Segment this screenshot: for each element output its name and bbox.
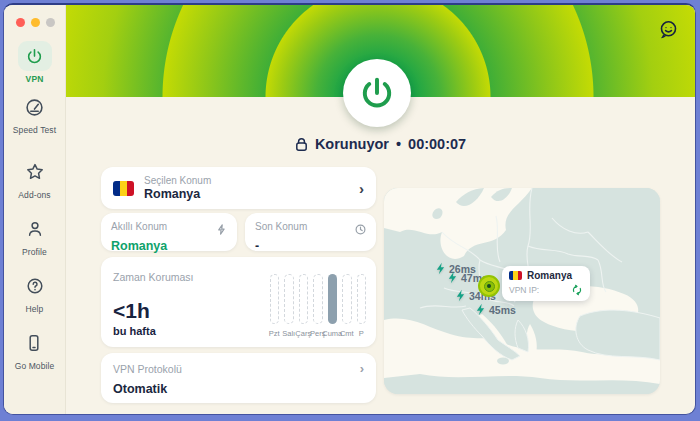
connection-tooltip: Romanya VPN IP: bbox=[502, 266, 590, 301]
sidebar-item-speed-test[interactable]: Speed Test bbox=[13, 92, 56, 135]
sidebar-item-label: Profile bbox=[22, 247, 47, 257]
selected-location-label: Seçilen Konum bbox=[144, 175, 349, 186]
power-icon bbox=[18, 41, 52, 71]
day-label: Pzt bbox=[269, 329, 280, 338]
person-icon bbox=[18, 214, 52, 244]
smart-location-card: Akıllı Konum Romanya bbox=[101, 213, 237, 251]
sidebar-item-label: Go Mobile bbox=[15, 361, 55, 371]
day-label: Çarş bbox=[295, 329, 311, 338]
weekly-usage-chart: Pzt Salı Çarş Perş Cuma Cmt P bbox=[270, 274, 367, 338]
usage-bar-active bbox=[328, 274, 338, 324]
phone-icon bbox=[17, 328, 51, 358]
day-label: Salı bbox=[282, 329, 295, 338]
tooltip-country: Romanya bbox=[527, 270, 572, 281]
usage-bar bbox=[270, 274, 280, 324]
europe-map: 26ms 47ms 34ms 45ms bbox=[384, 188, 660, 394]
zoom-button[interactable] bbox=[46, 18, 55, 27]
sidebar-item-vpn[interactable]: VPN bbox=[18, 41, 52, 84]
clock-icon bbox=[355, 221, 366, 239]
sidebar-item-label: VPN bbox=[26, 74, 44, 84]
bolt-icon bbox=[454, 289, 467, 302]
minimize-button[interactable] bbox=[31, 18, 40, 27]
vpn-ip-label: VPN IP: bbox=[509, 285, 539, 295]
star-icon bbox=[18, 157, 52, 187]
server-ping: 45ms bbox=[474, 303, 516, 316]
selected-location-value: Romanya bbox=[144, 187, 349, 201]
usage-bar bbox=[342, 274, 352, 324]
chevron-right-icon: › bbox=[359, 181, 364, 196]
usage-bar bbox=[357, 274, 367, 324]
smiley-chat-icon[interactable] bbox=[657, 19, 679, 41]
session-timer: 00:00:07 bbox=[408, 136, 466, 152]
time-protection-card: Zaman Koruması <1h bu hafta Pzt Salı Çar… bbox=[101, 257, 376, 347]
bolt-icon bbox=[474, 303, 487, 316]
smart-location-value: Romanya bbox=[111, 239, 227, 253]
close-button[interactable] bbox=[16, 18, 25, 27]
usage-bar bbox=[284, 274, 294, 324]
status-separator: • bbox=[396, 136, 401, 152]
last-location-label: Son Konum bbox=[255, 221, 307, 232]
sidebar-item-help[interactable]: Help bbox=[18, 271, 52, 314]
desktop-background: VPN Speed Test Add-ons Profile bbox=[0, 0, 700, 421]
question-icon bbox=[18, 271, 52, 301]
day-label: Cmt bbox=[340, 329, 354, 338]
sidebar-item-go-mobile[interactable]: Go Mobile bbox=[15, 328, 55, 371]
vpn-protocol-value: Otomatik bbox=[113, 382, 364, 396]
last-location-card: Son Konum - bbox=[245, 213, 376, 251]
status-label: Korunuyor bbox=[315, 136, 389, 152]
day-label: P bbox=[359, 329, 364, 338]
time-protection-label: Zaman Koruması bbox=[113, 271, 194, 283]
smart-location-label: Akıllı Konum bbox=[111, 221, 167, 232]
romania-flag-icon bbox=[509, 271, 522, 280]
chevron-right-icon: › bbox=[360, 362, 364, 375]
vpn-protocol-label: VPN Protokolü bbox=[113, 363, 182, 375]
last-location-value: - bbox=[255, 239, 366, 253]
romania-flag-icon bbox=[113, 181, 134, 196]
vpn-protocol-card[interactable]: VPN Protokolü › Otomatik bbox=[101, 353, 376, 403]
sidebar-item-profile[interactable]: Profile bbox=[18, 214, 52, 257]
usage-bar bbox=[299, 274, 309, 324]
connect-power-button[interactable] bbox=[343, 59, 411, 127]
window-controls bbox=[4, 5, 55, 27]
connected-location-marker bbox=[478, 275, 500, 297]
sidebar-item-label: Help bbox=[26, 304, 44, 314]
selected-location-card[interactable]: Seçilen Konum Romanya › bbox=[101, 167, 376, 209]
time-protected-period: bu hafta bbox=[113, 325, 156, 337]
speedometer-icon bbox=[17, 92, 51, 122]
vpn-app-window: VPN Speed Test Add-ons Profile bbox=[3, 3, 696, 415]
connection-status: Korunuyor • 00:00:07 bbox=[66, 136, 695, 156]
sidebar-item-label: Speed Test bbox=[13, 125, 56, 135]
sidebar-item-add-ons[interactable]: Add-ons bbox=[18, 157, 52, 200]
bolt-icon bbox=[446, 271, 459, 284]
sidebar: VPN Speed Test Add-ons Profile bbox=[4, 5, 66, 414]
sidebar-item-label: Add-ons bbox=[18, 190, 50, 200]
usage-bar bbox=[313, 274, 323, 324]
bolt-icon bbox=[216, 221, 227, 239]
time-protected-value: <1h bbox=[113, 299, 150, 323]
refresh-icon[interactable] bbox=[571, 284, 583, 296]
latency-label: 45ms bbox=[489, 304, 516, 316]
lock-icon bbox=[295, 137, 308, 152]
